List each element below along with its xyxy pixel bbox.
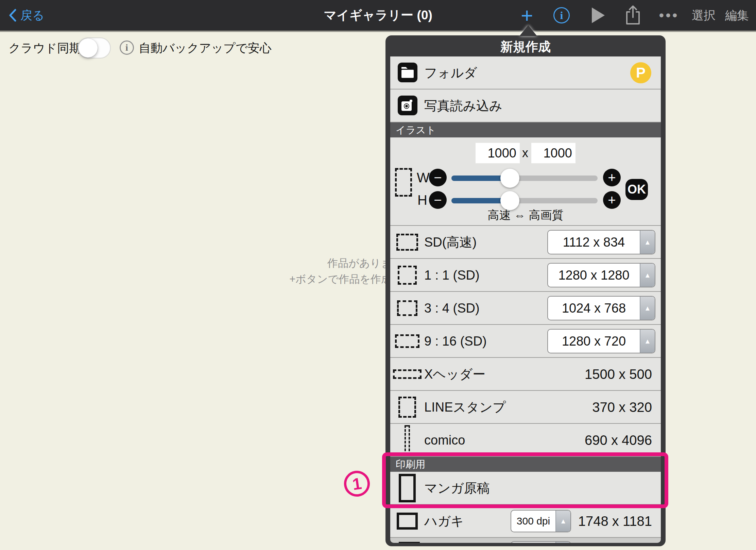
width-slider-thumb[interactable] xyxy=(500,169,519,188)
play-icon xyxy=(592,7,605,23)
size-separator: x xyxy=(520,143,530,163)
edit-button[interactable]: 編集 xyxy=(723,0,751,31)
dropdown-arrow-icon: ▲ xyxy=(640,264,655,287)
postcard-icon xyxy=(397,513,418,530)
width-slider[interactable] xyxy=(451,176,598,181)
height-slider-label: H xyxy=(417,193,427,208)
info-icon: i xyxy=(553,7,570,23)
size-dropdown[interactable]: 1280 x 720 ▲ xyxy=(547,329,655,353)
folder-label: フォルダ xyxy=(424,64,477,81)
share-icon xyxy=(624,5,641,26)
cloud-sync-label: クラウド同期 xyxy=(8,40,81,56)
dropdown-arrow-icon: ▲ xyxy=(640,231,655,254)
preset-row-partial xyxy=(390,538,661,543)
folder-icon xyxy=(398,63,417,82)
popup-caret xyxy=(519,25,537,36)
height-input[interactable]: 1000 xyxy=(531,143,575,163)
empty-gallery-message: 作品がありま +ボタンで作品を作成 xyxy=(204,255,392,287)
select-button[interactable]: 選択 xyxy=(689,0,718,31)
toggle-knob xyxy=(79,38,98,57)
custom-size-panel: 1000 x 1000 W − + H − + OK 高速 ⇔ xyxy=(390,137,661,226)
photo-import-label: 写真読み込み xyxy=(424,97,502,114)
more-button[interactable]: ••• xyxy=(655,0,683,31)
partial-canvas-icon xyxy=(399,542,420,543)
premium-badge: P xyxy=(630,62,651,83)
folder-row[interactable]: フォルダ P xyxy=(390,56,661,89)
preset-row-comico[interactable]: comico 690 x 4096 xyxy=(390,424,661,457)
popup-body: フォルダ P 写真読み込み イラスト 1000 x 1000 W − xyxy=(390,56,661,543)
ok-button[interactable]: OK xyxy=(625,179,648,200)
postcard-row[interactable]: ハガキ 300 dpi ▲ 1748 x 1181 xyxy=(390,505,661,538)
app-screen: 戻る マイギャラリー (0) + i ••• 選択 xyxy=(0,0,756,550)
info-button[interactable]: i xyxy=(553,0,570,31)
height-plus-button[interactable]: + xyxy=(603,191,621,209)
size-dropdown[interactable]: 1024 x 768 ▲ xyxy=(547,296,655,320)
page-title: マイギャラリー (0) xyxy=(0,0,756,31)
cloud-sync-hint: 自動バックアップで安心 xyxy=(139,40,272,56)
preset-row-9-16[interactable]: 9 : 16 (SD) 1280 x 720 ▲ xyxy=(390,325,661,358)
section-print: 印刷用 xyxy=(390,457,661,472)
dpi-dropdown[interactable]: 300 dpi ▲ xyxy=(511,510,571,532)
height-slider[interactable] xyxy=(451,198,598,203)
size-dropdown[interactable]: 1112 x 834 ▲ xyxy=(547,230,655,254)
preset-row-sd[interactable]: SD(高速) 1112 x 834 ▲ xyxy=(390,226,661,259)
dropdown-arrow-icon: ▲ xyxy=(640,297,655,320)
new-canvas-popup: 新規作成 フォルダ P 写真読み込み イラスト 1000 xyxy=(385,35,666,546)
height-minus-button[interactable]: − xyxy=(429,191,447,209)
width-plus-button[interactable]: + xyxy=(603,169,621,186)
share-button[interactable] xyxy=(624,0,642,31)
top-bar: 戻る マイギャラリー (0) + i ••• 選択 xyxy=(0,0,756,32)
ellipsis-icon: ••• xyxy=(659,7,679,23)
empty-message-line1: 作品がありま xyxy=(204,255,392,271)
width-input[interactable]: 1000 xyxy=(476,143,520,163)
annotation-step-number: 1 xyxy=(342,469,372,498)
camera-icon xyxy=(398,96,417,115)
manga-page-icon xyxy=(399,474,416,502)
photo-import-row[interactable]: 写真読み込み xyxy=(390,89,661,122)
empty-message-line2: +ボタンで作品を作成 xyxy=(204,271,392,287)
preset-row-line-stamp[interactable]: LINEスタンプ 370 x 320 xyxy=(390,391,661,424)
play-button[interactable] xyxy=(590,0,606,31)
preset-row-3-4[interactable]: 3 : 4 (SD) 1024 x 768 ▲ xyxy=(390,292,661,325)
dropdown-arrow-icon: ▲ xyxy=(640,330,655,353)
preset-row-1-1[interactable]: 1 : 1 (SD) 1280 x 1280 ▲ xyxy=(390,259,661,292)
cloud-sync-row: クラウド同期 i 自動バックアップで安心 xyxy=(0,37,374,59)
canvas-16-9-icon xyxy=(395,334,419,348)
canvas-landscape-icon xyxy=(396,234,418,251)
canvas-tall-icon xyxy=(405,425,410,455)
section-illustration: イラスト xyxy=(390,122,661,137)
cloud-sync-toggle[interactable] xyxy=(78,37,111,59)
popup-title: 新規作成 xyxy=(385,35,666,56)
dropdown-arrow-icon: ▲ xyxy=(555,511,570,532)
canvas-stamp-icon xyxy=(398,397,416,418)
partial-dropdown xyxy=(511,541,571,543)
custom-canvas-icon xyxy=(395,168,412,197)
speed-quality-caption: 高速 ⇔ 高画質 xyxy=(390,207,661,223)
width-slider-label: W xyxy=(417,170,430,185)
manga-manuscript-row[interactable]: マンガ原稿 xyxy=(390,472,661,505)
preset-row-x-header[interactable]: Xヘッダー 1500 x 500 xyxy=(390,358,661,391)
size-dropdown[interactable]: 1280 x 1280 ▲ xyxy=(547,263,655,287)
cloud-info-icon[interactable]: i xyxy=(120,40,134,55)
canvas-banner-icon xyxy=(393,369,422,379)
canvas-square-icon xyxy=(398,266,417,285)
width-minus-button[interactable]: − xyxy=(429,169,447,186)
canvas-4-3-icon xyxy=(397,300,417,316)
